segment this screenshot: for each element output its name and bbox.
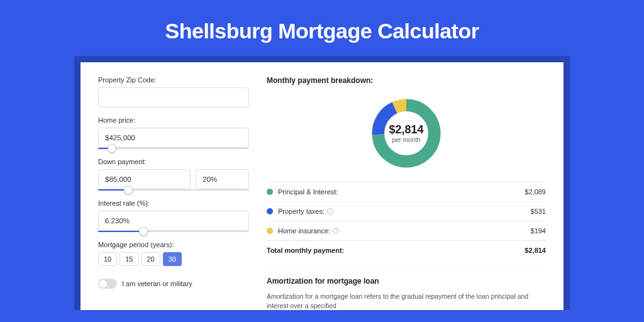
interest-field: Interest rate (%): (98, 199, 249, 232)
amortization-section: Amortization for mortgage loan Amortizat… (267, 267, 546, 310)
interest-slider[interactable] (98, 231, 249, 232)
breakdown-row-taxes: Property taxes: ? $531 (267, 201, 546, 221)
period-option-10[interactable]: 10 (98, 252, 117, 266)
slider-fill (98, 231, 143, 232)
home-price-label: Home price: (98, 116, 249, 124)
dot-icon (267, 228, 273, 234)
amortization-title: Amortization for mortgage loan (267, 277, 546, 286)
veteran-toggle[interactable] (98, 279, 117, 289)
donut-chart: $2,814 per month (369, 96, 443, 170)
donut-center-amount: $2,814 (389, 123, 423, 136)
dot-icon (267, 208, 273, 214)
breakdown-row-insurance: Home insurance: ? $194 (267, 221, 546, 240)
calculator-card: Property Zip Code: Home price: Down paym… (80, 62, 564, 310)
breakdown-label-text: Property taxes: (278, 208, 325, 215)
down-payment-amount-input[interactable] (98, 169, 191, 189)
period-options: 10 15 20 30 (98, 252, 249, 266)
slider-handle[interactable] (124, 186, 133, 194)
zip-label: Property Zip Code: (98, 76, 249, 84)
period-field: Mortgage period (years): 10 15 20 30 (98, 241, 249, 266)
info-icon[interactable]: ? (333, 228, 339, 234)
breakdown-value: $2,089 (525, 188, 546, 196)
slider-handle[interactable] (139, 227, 148, 236)
page-title: Shellsburg Mortgage Calculator (0, 0, 644, 56)
home-price-field: Home price: (98, 116, 249, 149)
interest-input[interactable] (98, 211, 249, 231)
breakdown-label: Principal & Interest: (278, 188, 525, 196)
info-icon[interactable]: ? (327, 208, 333, 214)
period-option-20[interactable]: 20 (142, 252, 160, 266)
down-payment-slider[interactable] (98, 189, 249, 191)
form-column: Property Zip Code: Home price: Down paym… (98, 76, 249, 310)
breakdown-value: $531 (531, 208, 546, 215)
interest-label: Interest rate (%): (98, 199, 249, 207)
veteran-label: I am veteran or military (122, 280, 192, 287)
donut-center-sub: per month (392, 136, 420, 143)
breakdown-row-principal: Principal & Interest: $2,089 (267, 182, 546, 201)
veteran-row: I am veteran or military (98, 279, 249, 289)
period-option-30[interactable]: 30 (163, 252, 182, 266)
breakdown-value: $194 (531, 227, 546, 235)
toggle-knob (99, 280, 107, 287)
breakdown-heading: Monthly payment breakdown: (267, 76, 546, 85)
home-price-slider[interactable] (98, 148, 249, 149)
down-payment-field: Down payment: (98, 158, 249, 191)
breakdown-total-row: Total monthly payment: $2,814 (267, 240, 546, 260)
breakdown-label: Home insurance: ? (278, 227, 531, 235)
breakdown-label: Property taxes: ? (278, 208, 531, 215)
period-label: Mortgage period (years): (98, 241, 249, 248)
down-payment-percent-input[interactable] (196, 169, 249, 189)
period-option-15[interactable]: 15 (119, 252, 138, 266)
zip-input[interactable] (98, 87, 249, 108)
breakdown-label-text: Home insurance: (278, 227, 330, 235)
zip-field: Property Zip Code: (98, 76, 249, 108)
down-payment-label: Down payment: (98, 158, 249, 165)
home-price-input[interactable] (98, 128, 249, 148)
total-value: $2,814 (525, 247, 546, 254)
results-column: Monthly payment breakdown: $2,814 per mo… (267, 76, 546, 310)
donut-center: $2,814 per month (369, 96, 443, 170)
dot-icon (267, 189, 273, 195)
amortization-body: Amortization for a mortgage loan refers … (267, 292, 546, 310)
slider-handle[interactable] (108, 144, 116, 153)
total-label: Total monthly payment: (267, 247, 525, 254)
donut-wrap: $2,814 per month (267, 91, 546, 182)
card-shadow: Property Zip Code: Home price: Down paym… (74, 56, 570, 310)
